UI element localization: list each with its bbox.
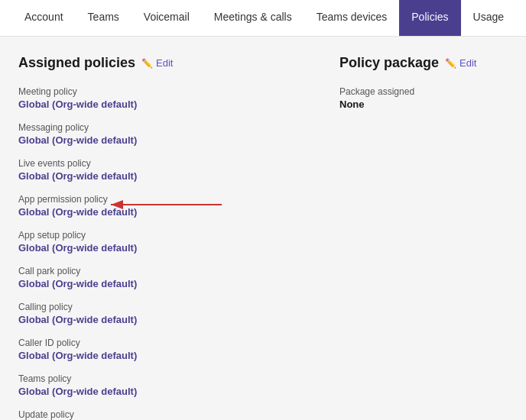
policy-package-panel: Policy package ✏️ Edit Package assigned … [339,55,508,420]
assigned-policies-panel: Assigned policies ✏️ Edit Meeting policy… [18,55,339,420]
policy-value-caller-id-policy[interactable]: Global (Org-wide default) [18,350,339,361]
policy-label-app-setup-policy: App setup policy [18,230,339,241]
policy-value-app-permission-policy[interactable]: Global (Org-wide default) [18,206,339,218]
nav-item-voicemail[interactable]: Voicemail [132,0,202,36]
nav-item-usage[interactable]: Usage [461,0,516,36]
policy-label-meeting-policy: Meeting policy [18,86,339,97]
policy-label-calling-policy: Calling policy [18,302,339,312]
policy-package-edit-label: Edit [459,57,476,69]
policy-row-app-setup-policy: App setup policyGlobal (Org-wide default… [18,230,339,254]
edit-pencil-icon: ✏️ [141,58,153,69]
nav-item-teams[interactable]: Teams [76,0,132,36]
content-area: Assigned policies ✏️ Edit Meeting policy… [0,37,526,420]
package-assigned-value: None [339,99,508,110]
policy-row-meeting-policy: Meeting policyGlobal (Org-wide default) [18,86,339,110]
policy-label-teams-policy: Teams policy [18,373,339,384]
policy-label-caller-id-policy: Caller ID policy [18,338,339,348]
policy-label-update-policy: Update policy [18,409,339,420]
policy-value-app-setup-policy[interactable]: Global (Org-wide default) [18,242,339,254]
policy-row-calling-policy: Calling policyGlobal (Org-wide default) [18,302,339,325]
policy-value-live-events-policy[interactable]: Global (Org-wide default) [18,170,339,182]
package-assigned-label: Package assigned [339,86,508,97]
policy-row-update-policy: Update policy [18,409,339,420]
nav-item-policies[interactable]: Policies [399,0,460,36]
policy-row-call-park-policy: Call park policyGlobal (Org-wide default… [18,266,339,289]
policy-label-call-park-policy: Call park policy [18,266,339,276]
assigned-policies-title: Assigned policies [18,55,135,71]
policy-package-title: Policy package [339,55,439,71]
nav-item-account[interactable]: Account [12,0,76,36]
assigned-policies-edit-label: Edit [156,57,173,69]
policy-value-teams-policy[interactable]: Global (Org-wide default) [18,386,339,397]
assigned-policies-edit-link[interactable]: ✏️ Edit [141,57,173,69]
policy-value-messaging-policy[interactable]: Global (Org-wide default) [18,134,339,146]
policy-row-app-permission-policy: App permission policyGlobal (Org-wide de… [18,194,339,218]
assigned-policies-header: Assigned policies ✏️ Edit [18,55,339,71]
nav-item-meetings[interactable]: Meetings & calls [202,0,304,36]
policy-package-header: Policy package ✏️ Edit [339,55,508,71]
policy-row-messaging-policy: Messaging policyGlobal (Org-wide default… [18,122,339,146]
policy-value-meeting-policy[interactable]: Global (Org-wide default) [18,99,339,110]
policy-label-messaging-policy: Messaging policy [18,122,339,133]
policy-value-call-park-policy[interactable]: Global (Org-wide default) [18,278,339,289]
policy-label-app-permission-policy: App permission policy [18,194,339,205]
policy-package-edit-link[interactable]: ✏️ Edit [445,57,476,69]
policy-rows-container: Meeting policyGlobal (Org-wide default)M… [18,86,339,420]
policy-value-calling-policy[interactable]: Global (Org-wide default) [18,314,339,325]
package-edit-pencil-icon: ✏️ [445,58,456,69]
policy-row-caller-id-policy: Caller ID policyGlobal (Org-wide default… [18,338,339,361]
policy-label-live-events-policy: Live events policy [18,158,339,169]
nav-item-teams-devices[interactable]: Teams devices [304,0,400,36]
policy-row-teams-policy: Teams policyGlobal (Org-wide default) [18,373,339,397]
top-nav: AccountTeamsVoicemailMeetings & callsTea… [0,0,526,37]
policy-row-live-events-policy: Live events policyGlobal (Org-wide defau… [18,158,339,182]
